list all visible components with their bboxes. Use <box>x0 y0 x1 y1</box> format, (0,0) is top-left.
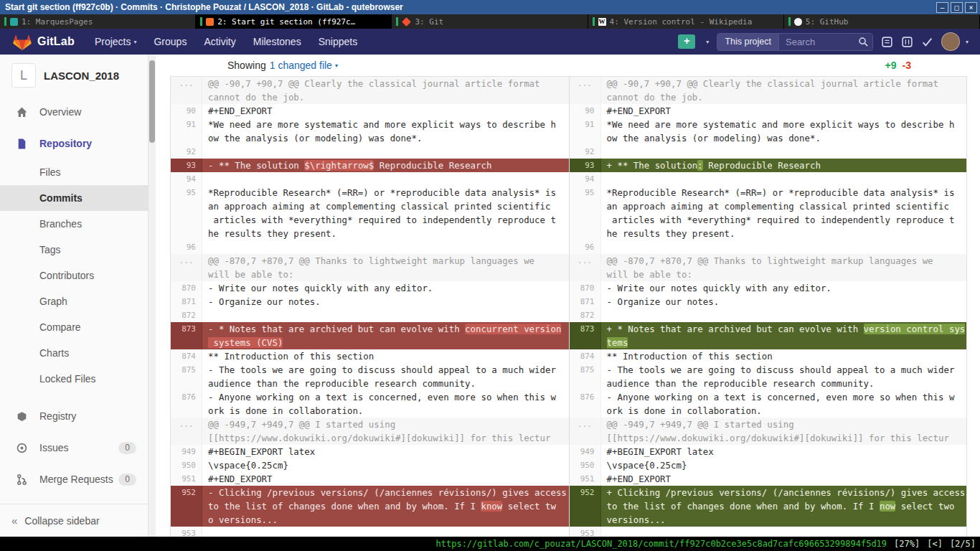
history-indicator: [<] <box>927 539 943 549</box>
nav-item-milestones[interactable]: Milestones <box>245 36 310 47</box>
project-avatar[interactable]: L <box>11 63 36 88</box>
diff-code <box>202 172 569 186</box>
chevrons-left-icon: « <box>11 514 17 527</box>
tab[interactable]: 3: Git <box>392 14 588 29</box>
tab[interactable]: 2: Start git section (ff927c… <box>196 14 392 29</box>
merge-requests-dashboard-icon[interactable] <box>901 36 913 48</box>
sidebar-item-locked-files[interactable]: Locked Files <box>0 366 148 392</box>
sidebar-item-registry[interactable]: Registry <box>0 400 148 432</box>
minimize-icon[interactable]: – <box>936 2 948 13</box>
line-number-old[interactable]: 876 <box>171 390 202 418</box>
tab[interactable]: 5: GitHub <box>784 14 980 29</box>
project-name[interactable]: LASCON_2018 <box>44 70 119 82</box>
maximize-icon[interactable]: □ <box>951 2 963 13</box>
line-number-new[interactable]: 875 <box>570 363 601 390</box>
diff-code: ** Introduction of this section <box>601 349 967 363</box>
diff-code: @@ -949,7 +949,7 @@ I started using [[ht… <box>202 418 569 445</box>
scrollbar-thumb[interactable] <box>149 60 155 143</box>
new-menu-button[interactable]: + <box>678 34 695 49</box>
gitlab-brand[interactable]: GitLab <box>37 35 75 48</box>
changed-files-dropdown[interactable]: 1 changed file▾ <box>270 60 338 71</box>
line-number-new[interactable]: 951 <box>570 472 601 486</box>
navbar-right: + ▾ This project <box>678 32 980 51</box>
line-number-old[interactable]: 873 <box>171 322 202 349</box>
line-number-old[interactable]: 92 <box>171 145 202 159</box>
line-number-old[interactable]: 96 <box>171 240 202 254</box>
nav-item-groups[interactable]: Groups <box>145 36 195 47</box>
line-number-old[interactable]: 953 <box>171 527 202 537</box>
sidebar-item-compare[interactable]: Compare <box>0 314 148 340</box>
sidebar-item-label: Merge Requests <box>39 474 113 485</box>
line-number-old[interactable]: 949 <box>171 445 202 458</box>
line-number-new[interactable]: 952 <box>570 486 601 527</box>
nav-item-projects[interactable]: Projects▾ <box>86 36 146 47</box>
sidebar-item-commits[interactable]: Commits <box>0 185 148 211</box>
sidebar-item-label: Graph <box>39 296 67 307</box>
sidebar-item-contributors[interactable]: Contributors <box>0 263 148 288</box>
nav-item-activity[interactable]: Activity <box>195 36 244 47</box>
sidebar-item-charts[interactable]: Charts <box>0 340 148 366</box>
page-scrollbar[interactable] <box>149 55 156 537</box>
sidebar-item-graph[interactable]: Graph <box>0 288 148 314</box>
line-number-new[interactable]: 91 <box>570 118 601 145</box>
collapse-sidebar-label: Collapse sidebar <box>24 515 99 527</box>
collapse-sidebar-button[interactable]: « Collapse sidebar <box>0 504 148 537</box>
line-number-old[interactable]: 93 <box>171 159 202 172</box>
line-number-new[interactable]: 92 <box>570 145 601 159</box>
diff-code: + Clicking /previous versions/ (/ancienn… <box>601 486 967 527</box>
avatar[interactable] <box>941 32 960 51</box>
line-number-new[interactable]: 873 <box>570 322 601 349</box>
line-number-new[interactable]: 876 <box>570 390 601 418</box>
line-number-new[interactable]: 96 <box>570 240 601 254</box>
line-number-old[interactable]: 95 <box>171 186 202 240</box>
close-icon[interactable]: × <box>965 2 977 13</box>
sidebar-item-repository[interactable]: Repository <box>0 128 148 159</box>
diff-code: #+END_EXPORT <box>202 472 569 486</box>
line-number-old[interactable]: 952 <box>171 486 202 527</box>
nav-item-snippets[interactable]: Snippets <box>310 36 366 47</box>
line-number-new[interactable]: 95 <box>570 186 601 240</box>
diff-row: ...@@ -870,7 +870,7 @@ Thanks to lightwe… <box>171 254 966 281</box>
line-number-old[interactable]: 950 <box>171 458 202 472</box>
tab[interactable]: W4: Version control - Wikipedia <box>588 14 784 29</box>
line-number-new[interactable]: 870 <box>570 281 601 295</box>
line-number-new[interactable]: 953 <box>570 527 601 537</box>
search-scope-button[interactable]: This project <box>717 34 779 50</box>
diff-code <box>601 172 967 186</box>
sidebar-item-tags[interactable]: Tags <box>0 237 148 263</box>
line-number-old[interactable]: 94 <box>171 172 202 186</box>
line-number-new[interactable]: 93 <box>570 159 601 172</box>
line-number-old[interactable]: 875 <box>171 363 202 390</box>
user-menu[interactable]: ▾ <box>941 32 969 51</box>
todos-check-icon[interactable] <box>921 36 933 48</box>
issues-dashboard-icon[interactable] <box>881 36 893 48</box>
tab-bar: 1: MarquesPages2: Start git section (ff9… <box>0 14 980 29</box>
line-number-new[interactable]: 872 <box>570 309 601 322</box>
line-number-new[interactable]: 871 <box>570 295 601 309</box>
line-number-new[interactable]: 950 <box>570 458 601 472</box>
line-number-old[interactable]: 951 <box>171 472 202 486</box>
line-number-old[interactable]: 872 <box>171 309 202 322</box>
gitlab-logo[interactable] <box>13 33 32 51</box>
line-number-new[interactable]: 874 <box>570 349 601 363</box>
line-number-old[interactable]: 874 <box>171 349 202 363</box>
line-number-old[interactable]: 870 <box>171 281 202 295</box>
line-number-old[interactable]: 90 <box>171 104 202 118</box>
tab-title: 3: Git <box>415 17 443 27</box>
line-number-new[interactable]: 949 <box>570 445 601 458</box>
line-number-new[interactable]: 90 <box>570 104 601 118</box>
tab[interactable]: 1: MarquesPages <box>0 14 196 29</box>
sidebar-item-branches[interactable]: Branches <box>0 211 148 237</box>
diff-stats: +9 -3 <box>885 60 911 71</box>
sidebar-item-issues[interactable]: Issues0 <box>0 432 148 463</box>
diff-old-side: 871- Organize our notes. <box>171 295 569 309</box>
sidebar-item-files[interactable]: Files <box>0 159 148 185</box>
line-number-old[interactable]: 91 <box>171 118 202 145</box>
tab-load-indicator <box>4 17 6 26</box>
line-number-old[interactable]: 871 <box>171 295 202 309</box>
line-number-new[interactable]: 94 <box>570 172 601 186</box>
diff-old-side: 876- Anyone working on a text is concern… <box>171 390 569 418</box>
hunk-ellipsis: ... <box>171 254 202 281</box>
sidebar-item-overview[interactable]: Overview <box>0 96 148 128</box>
sidebar-item-merge-requests[interactable]: Merge Requests0 <box>0 463 148 495</box>
